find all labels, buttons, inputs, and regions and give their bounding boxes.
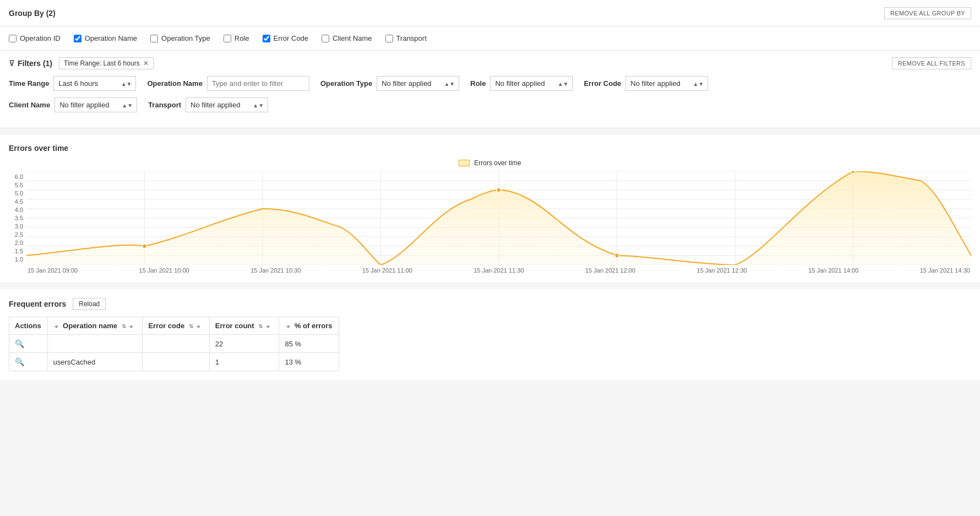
col-percent-errors-label: % of errors [295, 322, 333, 330]
checkbox-error-code[interactable]: Error Code [263, 34, 309, 42]
col-percent-filter-icon: ◄ [285, 323, 290, 329]
filters-header-left: ⊽ Filters (1) Time Range: Last 6 hours ✕ [9, 57, 154, 69]
group-by-bar: Group By (2) REMOVE ALL GROUP BY [0, 0, 980, 26]
chart-legend: Errors over time [9, 159, 971, 167]
role-filter-label: Role [470, 79, 486, 88]
y-label-5: 5.0 [9, 190, 23, 197]
y-label-4: 4.0 [9, 207, 23, 213]
col-error-code-sort-icon: ⇅ [189, 323, 193, 329]
frequent-errors-header: Frequent errors Reload [9, 298, 971, 310]
filter-icon: ⊽ [9, 59, 14, 68]
chart-svg [26, 171, 971, 265]
col-op-name-filter2-icon: ◄ [128, 323, 133, 329]
checkbox-transport-label: Transport [396, 34, 427, 42]
remove-all-group-by-button[interactable]: REMOVE ALL GROUP BY [884, 7, 971, 19]
data-point-4 [851, 171, 855, 173]
time-range-select-wrapper: Last 6 hours Last 12 hours Last 24 hours… [53, 76, 136, 91]
col-error-code-filter-icon: ◄ [195, 323, 200, 329]
filters-header: ⊽ Filters (1) Time Range: Last 6 hours ✕… [9, 57, 971, 69]
col-error-code[interactable]: Error code ⇅ ◄ [143, 317, 209, 335]
table-row: 🔍 usersCached 1 13 % [9, 353, 339, 371]
time-range-select[interactable]: Last 6 hours Last 12 hours Last 24 hours [53, 76, 136, 91]
col-error-count-label: Error count [215, 322, 254, 330]
table-row: 🔍 22 85 % [9, 335, 339, 353]
client-name-select[interactable]: No filter applied [55, 97, 137, 112]
operation-name-filter-input[interactable] [207, 76, 309, 91]
x-axis-labels: 15 Jan 2021 09:00 15 Jan 2021 10:00 15 J… [26, 267, 971, 274]
col-actions: Actions [9, 317, 48, 335]
checkbox-transport-input[interactable] [385, 35, 393, 42]
operation-name-filter-label: Operation Name [147, 79, 202, 88]
x-label-1030: 15 Jan 2021 10:30 [251, 267, 301, 274]
error-code-filter-label: Error Code [584, 79, 621, 88]
search-icon-2[interactable]: 🔍 [15, 357, 24, 366]
legend-label: Errors over time [474, 159, 521, 167]
client-name-filter-label: Client Name [9, 101, 50, 109]
table-header-row: Actions ◄ Operation name ⇅ ◄ Error code … [9, 317, 339, 335]
checkbox-operation-id-input[interactable] [9, 35, 17, 42]
reload-button[interactable]: Reload [73, 298, 106, 310]
operation-type-select[interactable]: No filter applied [377, 76, 459, 91]
checkbox-operation-name[interactable]: Operation Name [74, 34, 137, 42]
filter-group-error-code: Error Code No filter applied ▲▼ [584, 76, 708, 91]
checkbox-operation-type[interactable]: Operation Type [150, 34, 210, 42]
error-count-cell-2: 1 [209, 353, 279, 371]
checkbox-operation-name-input[interactable] [74, 35, 81, 42]
role-select[interactable]: No filter applied [490, 76, 573, 91]
filters-section: ⊽ Filters (1) Time Range: Last 6 hours ✕… [0, 51, 980, 128]
y-label-2: 2.0 [9, 240, 23, 246]
role-select-wrapper: No filter applied ▲▼ [490, 76, 573, 91]
y-label-6: 6.0 [9, 173, 23, 180]
col-operation-name-label: Operation name [63, 322, 117, 330]
error-code-select-wrapper: No filter applied ▲▼ [625, 76, 708, 91]
x-label-0900: 15 Jan 2021 09:00 [28, 267, 78, 274]
checkbox-operation-id[interactable]: Operation ID [9, 34, 61, 42]
error-count-value-2: 1 [215, 358, 219, 366]
col-actions-label: Actions [15, 322, 41, 330]
x-label-1230: 15 Jan 2021 12:30 [697, 267, 747, 274]
action-cell-1: 🔍 [9, 335, 48, 353]
x-label-1400: 15 Jan 2021 14:00 [808, 267, 858, 274]
y-label-35: 3.5 [9, 215, 23, 221]
transport-select-wrapper: No filter applied ▲▼ [186, 97, 268, 112]
checkbox-transport[interactable]: Transport [385, 34, 427, 42]
checkbox-client-name-input[interactable] [322, 35, 329, 42]
error-code-select[interactable]: No filter applied [625, 76, 708, 91]
col-error-count-filter-icon: ◄ [265, 323, 270, 329]
y-label-25: 2.5 [9, 231, 23, 238]
transport-select[interactable]: No filter applied [186, 97, 268, 112]
x-label-1200: 15 Jan 2021 12:00 [585, 267, 635, 274]
percent-errors-cell-2: 13 % [279, 353, 339, 371]
group-by-title: Group By (2) [9, 9, 56, 18]
x-label-1100: 15 Jan 2021 11:00 [362, 267, 412, 274]
error-code-cell-1 [143, 335, 209, 353]
checkbox-role-input[interactable] [224, 35, 231, 42]
checkbox-error-code-input[interactable] [263, 35, 270, 42]
errors-table: Actions ◄ Operation name ⇅ ◄ Error code … [9, 317, 339, 371]
operation-type-select-wrapper: No filter applied ▲▼ [377, 76, 459, 91]
checkbox-client-name-label: Client Name [333, 34, 372, 42]
remove-all-filters-button[interactable]: REMOVE ALL FILTERS [892, 57, 971, 69]
frequent-errors-section: Frequent errors Reload Actions ◄ Operati… [0, 289, 980, 380]
filters-title: ⊽ Filters (1) [9, 59, 52, 68]
col-error-count[interactable]: Error count ⇅ ◄ [209, 317, 279, 335]
col-percent-errors[interactable]: ◄ % of errors [279, 317, 339, 335]
filter-group-time-range: Time Range Last 6 hours Last 12 hours La… [9, 76, 136, 91]
filter-row-1: Time Range Last 6 hours Last 12 hours La… [9, 76, 971, 91]
checkbox-error-code-label: Error Code [274, 34, 309, 42]
col-operation-name[interactable]: ◄ Operation name ⇅ ◄ [47, 317, 143, 335]
x-label-1000: 15 Jan 2021 10:00 [139, 267, 189, 274]
filter-group-operation-type: Operation Type No filter applied ▲▼ [320, 76, 459, 91]
operation-type-filter-label: Operation Type [320, 79, 372, 88]
checkbox-client-name[interactable]: Client Name [322, 34, 372, 42]
checkbox-operation-type-input[interactable] [150, 35, 158, 42]
search-icon-1[interactable]: 🔍 [15, 339, 24, 348]
checkbox-role[interactable]: Role [224, 34, 249, 42]
checkbox-operation-name-label: Operation Name [85, 34, 137, 42]
chart-section: Errors over time Errors over time 6.0 5.… [0, 135, 980, 283]
active-filter-tag-close[interactable]: ✕ [143, 59, 149, 67]
active-filter-tag[interactable]: Time Range: Last 6 hours ✕ [59, 57, 154, 69]
error-count-value-1: 22 [215, 340, 223, 348]
frequent-errors-title: Frequent errors [9, 300, 66, 308]
data-point-3 [614, 253, 619, 258]
